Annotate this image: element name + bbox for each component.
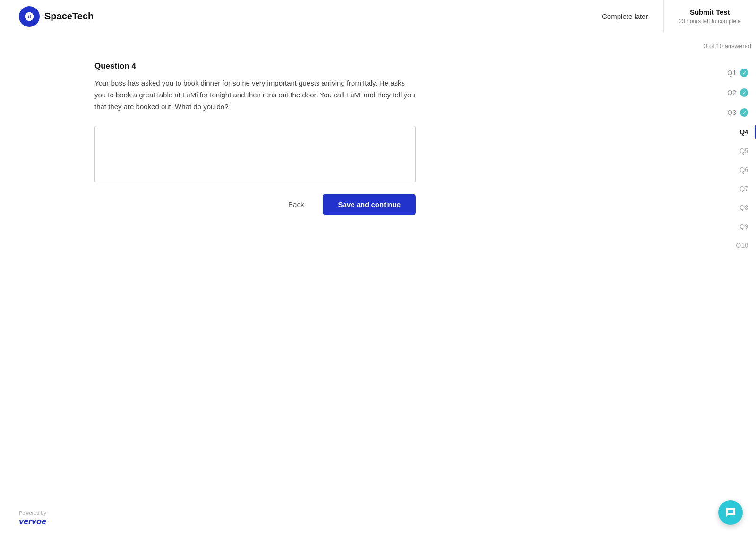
content-area: Question 4 Your boss has asked you to bo… <box>0 33 699 538</box>
question-text: Your boss has asked you to book dinner f… <box>94 78 416 113</box>
chat-widget-button[interactable] <box>718 500 743 525</box>
submit-test-area: Submit Test 23 hours left to complete <box>664 0 756 33</box>
question-nav: Q1 ✓ Q2 ✓ Q3 ✓ Q4 Q5 Q6 <box>699 63 756 255</box>
hours-left-text: 23 hours left to complete <box>679 18 741 25</box>
q6-label: Q6 <box>739 166 748 174</box>
sidebar-item-q4[interactable]: Q4 <box>699 122 756 141</box>
powered-by-text: Powered by <box>19 510 46 516</box>
sidebar-item-q7[interactable]: Q7 <box>699 179 756 198</box>
answer-textarea[interactable] <box>94 126 416 182</box>
answered-count: 3 of 10 answered <box>699 43 756 50</box>
logo-area: SpaceTech <box>19 6 94 27</box>
sidebar-item-q8[interactable]: Q8 <box>699 198 756 217</box>
submit-test-button[interactable]: Submit Test <box>690 8 730 16</box>
sidebar-item-q5[interactable]: Q5 <box>699 141 756 160</box>
q7-label: Q7 <box>739 185 748 192</box>
header: SpaceTech Complete later Submit Test 23 … <box>0 0 756 33</box>
main-layout: Question 4 Your boss has asked you to bo… <box>0 33 756 538</box>
sidebar-item-q3[interactable]: Q3 ✓ <box>699 103 756 122</box>
footer: Powered by vervoe <box>19 510 46 527</box>
question-label: Question 4 <box>94 61 662 71</box>
save-continue-button[interactable]: Save and continue <box>323 194 416 215</box>
sidebar-item-q2[interactable]: Q2 ✓ <box>699 83 756 103</box>
complete-later-button[interactable]: Complete later <box>587 0 664 33</box>
q3-check-icon: ✓ <box>740 108 748 117</box>
vervoe-logo-text: vervoe <box>19 517 46 527</box>
q1-check-icon: ✓ <box>740 69 748 77</box>
q5-label: Q5 <box>739 147 748 155</box>
action-buttons: Back Save and continue <box>94 194 416 215</box>
sidebar-item-q9[interactable]: Q9 <box>699 217 756 236</box>
q10-label: Q10 <box>736 242 748 249</box>
q1-label: Q1 <box>727 69 736 77</box>
chat-icon <box>725 507 736 518</box>
right-sidebar: 3 of 10 answered Q1 ✓ Q2 ✓ Q3 ✓ Q4 <box>699 33 756 538</box>
header-right: Complete later Submit Test 23 hours left… <box>587 0 756 33</box>
logo-text: SpaceTech <box>44 11 94 22</box>
q4-label: Q4 <box>739 128 748 136</box>
sidebar-item-q1[interactable]: Q1 ✓ <box>699 63 756 83</box>
back-button[interactable]: Back <box>281 196 311 213</box>
q3-label: Q3 <box>727 109 736 116</box>
spacetech-logo-icon <box>19 6 40 27</box>
q2-label: Q2 <box>727 89 736 96</box>
sidebar-item-q6[interactable]: Q6 <box>699 160 756 179</box>
q2-check-icon: ✓ <box>740 88 748 97</box>
q8-label: Q8 <box>739 204 748 211</box>
q9-label: Q9 <box>739 223 748 230</box>
sidebar-item-q10[interactable]: Q10 <box>699 236 756 255</box>
